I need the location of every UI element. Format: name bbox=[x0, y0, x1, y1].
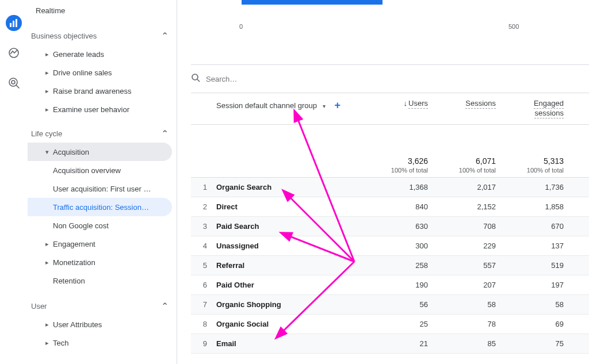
table-row[interactable]: 1Organic Search1,3682,0171,736 bbox=[191, 178, 589, 197]
row-engaged: 137 bbox=[504, 242, 572, 250]
sidebar-group-business-objectives[interactable]: Business objectives ⌃ bbox=[28, 26, 177, 45]
row-users: 630 bbox=[368, 222, 436, 231]
row-index: 1 bbox=[191, 183, 214, 191]
chevron-up-icon: ⌃ bbox=[161, 301, 169, 312]
column-header-sessions[interactable]: Sessions bbox=[436, 93, 504, 108]
sidebar-item-monetization[interactable]: ▸ Monetization bbox=[28, 253, 177, 271]
row-users: 190 bbox=[368, 281, 436, 289]
dimension-label: Session default channel group bbox=[216, 101, 317, 110]
caret-down-icon: ▾ bbox=[41, 148, 53, 156]
row-engaged: 69 bbox=[504, 320, 572, 328]
sidebar-label: Tech bbox=[53, 339, 68, 347]
row-dimension[interactable]: Organic Social bbox=[214, 320, 368, 328]
row-engaged: 75 bbox=[504, 339, 572, 348]
row-engaged: 1,736 bbox=[504, 183, 572, 191]
row-dimension[interactable]: Organic Search bbox=[214, 183, 368, 191]
sidebar-item-non-google-cost[interactable]: Non Google cost bbox=[28, 216, 177, 235]
explore-rail-icon[interactable] bbox=[6, 45, 22, 61]
row-engaged: 1,858 bbox=[504, 202, 572, 211]
chart-tick: 500 bbox=[508, 23, 519, 30]
row-engaged: 58 bbox=[504, 300, 572, 309]
sidebar-label: Generate leads bbox=[53, 50, 104, 59]
search-input[interactable] bbox=[206, 75, 378, 83]
row-index: 4 bbox=[191, 242, 214, 250]
row-dimension[interactable]: Direct bbox=[214, 202, 368, 211]
chart-bar-referral bbox=[242, 0, 383, 5]
total-engaged: 5,313 bbox=[504, 156, 564, 166]
table-row[interactable]: 7Organic Shopping565858 bbox=[191, 295, 589, 315]
row-index: 9 bbox=[191, 339, 214, 348]
caret-right-icon: ▸ bbox=[41, 321, 53, 328]
sidebar-group-label: Life cycle bbox=[31, 129, 62, 138]
total-pct: 100% of total bbox=[436, 167, 496, 174]
row-users: 1,368 bbox=[368, 183, 436, 191]
sidebar-group-user[interactable]: User ⌃ bbox=[28, 297, 177, 315]
total-pct: 100% of total bbox=[368, 167, 428, 174]
row-dimension[interactable]: Unassigned bbox=[214, 242, 368, 250]
dimension-dropdown[interactable]: Session default channel group ▾ bbox=[216, 101, 326, 110]
row-dimension[interactable]: Organic Shopping bbox=[214, 300, 368, 309]
table-row[interactable]: 4Unassigned300229137 bbox=[191, 236, 589, 256]
sort-desc-icon: ↓ bbox=[404, 99, 408, 108]
sidebar-item-user-attributes[interactable]: ▸ User Attributes bbox=[28, 315, 177, 334]
row-index: 8 bbox=[191, 320, 214, 328]
advertising-rail-icon[interactable] bbox=[6, 75, 22, 91]
column-header-engaged[interactable]: Engaged sessions bbox=[504, 93, 572, 118]
sidebar-item-acquisition[interactable]: ▾ Acquisition bbox=[28, 143, 172, 161]
caret-right-icon: ▸ bbox=[41, 87, 53, 95]
sidebar-item-engagement[interactable]: ▸ Engagement bbox=[28, 235, 177, 253]
sidebar-label: Raise brand awareness bbox=[53, 87, 132, 95]
sidebar-item[interactable]: ▸Drive online sales bbox=[28, 63, 177, 82]
row-index: 7 bbox=[191, 300, 214, 309]
sidebar-label: Examine user behavior bbox=[53, 105, 129, 114]
table-totals-row: 3,626 100% of total 6,071 100% of total … bbox=[191, 125, 589, 178]
row-sessions: 58 bbox=[436, 300, 504, 309]
row-sessions: 229 bbox=[436, 242, 504, 250]
reports-rail-icon[interactable] bbox=[6, 15, 22, 31]
sidebar-item-acquisition-overview[interactable]: Acquisition overview bbox=[28, 161, 177, 179]
row-dimension[interactable]: Email bbox=[214, 339, 368, 348]
sidebar-item[interactable]: ▸Examine user behavior bbox=[28, 100, 177, 118]
total-sessions: 6,071 bbox=[436, 156, 496, 166]
row-engaged: 197 bbox=[504, 281, 572, 289]
row-users: 21 bbox=[368, 339, 436, 348]
sidebar-label: Drive online sales bbox=[53, 68, 112, 77]
svg-rect-0 bbox=[10, 23, 12, 27]
sidebar-item[interactable]: ▸Raise brand awareness bbox=[28, 82, 177, 100]
svg-rect-2 bbox=[16, 19, 17, 27]
sidebar-item-traffic-acquisition[interactable]: Traffic acquisition: Session… bbox=[28, 198, 172, 216]
total-users: 3,626 bbox=[368, 156, 428, 166]
sidebar-item-realtime[interactable]: Realtime bbox=[28, 1, 177, 20]
table-row[interactable]: 6Paid Other190207197 bbox=[191, 275, 589, 295]
caret-right-icon: ▸ bbox=[41, 339, 53, 347]
svg-rect-1 bbox=[13, 21, 14, 27]
total-pct: 100% of total bbox=[504, 167, 564, 174]
sidebar-item-user-acquisition[interactable]: User acquisition: First user … bbox=[28, 179, 177, 198]
column-header-users[interactable]: ↓Users bbox=[368, 93, 436, 108]
table-row[interactable]: 3Paid Search630708670 bbox=[191, 217, 589, 236]
sidebar-group-life-cycle[interactable]: Life cycle ⌃ bbox=[28, 124, 177, 143]
table-row[interactable]: 9Email218575 bbox=[191, 334, 589, 354]
sidebar-label: User Attributes bbox=[53, 320, 102, 329]
row-sessions: 2,152 bbox=[436, 202, 504, 211]
sidebar-group-label: User bbox=[31, 302, 47, 311]
row-dimension[interactable]: Referral bbox=[214, 261, 368, 270]
row-dimension[interactable]: Paid Other bbox=[214, 281, 368, 289]
table-row[interactable]: 8Organic Social257869 bbox=[191, 315, 589, 334]
sidebar-label: Engagement bbox=[53, 240, 95, 248]
caret-right-icon: ▸ bbox=[41, 69, 53, 76]
table-row[interactable]: 5Referral258557519 bbox=[191, 256, 589, 275]
sidebar-item-retention[interactable]: Retention bbox=[28, 271, 177, 290]
chart-tick: 0 bbox=[239, 23, 243, 30]
sidebar-item[interactable]: ▸Generate leads bbox=[28, 45, 177, 63]
chevron-up-icon: ⌃ bbox=[161, 30, 169, 41]
bar-chart: Referral 0 500 bbox=[191, 0, 589, 52]
sidebar-item-tech[interactable]: ▸ Tech bbox=[28, 334, 177, 352]
table-header: Session default channel group ▾ + ↓Users… bbox=[191, 93, 589, 125]
row-users: 300 bbox=[368, 242, 436, 250]
row-sessions: 2,017 bbox=[436, 183, 504, 191]
add-dimension-button[interactable]: + bbox=[335, 100, 341, 110]
table-row[interactable]: 2Direct8402,1521,858 bbox=[191, 197, 589, 217]
row-dimension[interactable]: Paid Search bbox=[214, 222, 368, 231]
svg-point-5 bbox=[12, 81, 15, 84]
